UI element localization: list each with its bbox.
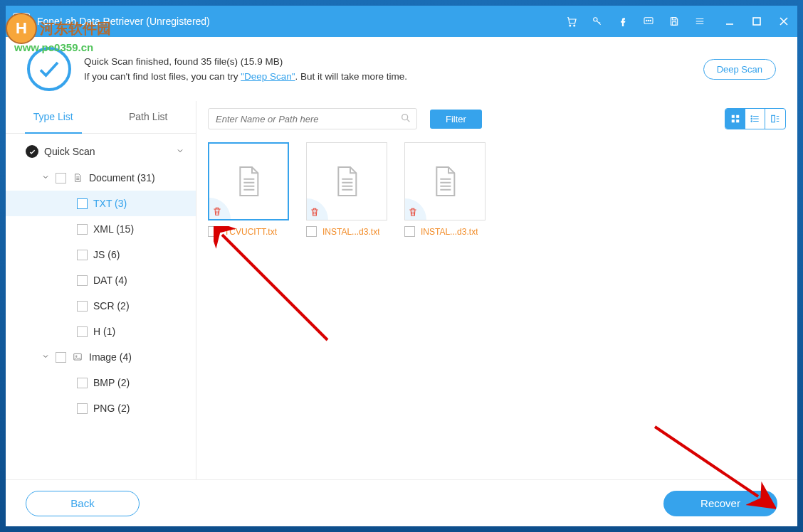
file-card[interactable]: INSTAL...d3.txt [299,142,394,237]
view-toggle [725,108,786,129]
svg-point-14 [402,115,408,120]
tree-item-js[interactable]: JS (6) [6,242,196,267]
checkbox[interactable] [77,224,88,235]
back-button[interactable]: Back [26,491,140,516]
svg-rect-9 [672,18,676,20]
deleted-badge [307,198,328,220]
file-name: INSTAL...d3.txt [322,227,379,237]
tree-root-label: Quick Scan [44,146,95,157]
sidebar: Type List Path List Quick Scan Document … [6,101,196,479]
file-thumbnail[interactable] [208,142,289,220]
status-hint: If you can't find lost files, you can tr… [84,71,691,82]
file-checkbox[interactable] [208,226,219,237]
checkbox[interactable] [77,378,88,388]
deleted-badge [209,198,231,219]
checkbox[interactable] [77,275,88,286]
tree-group-document[interactable]: Document (31) [6,165,196,191]
svg-point-6 [646,20,647,21]
status-check-icon [27,47,71,91]
checkbox[interactable] [56,352,66,363]
facebook-icon[interactable] [616,15,629,28]
tab-type-list[interactable]: Type List [6,101,101,133]
svg-rect-16 [736,115,739,118]
cart-icon[interactable] [565,15,578,28]
image-icon [72,351,83,363]
file-grid: TCVUCITT.txt INSTAL...d3.txt [196,137,797,479]
file-name: TCVUCITT.txt [224,227,277,237]
view-detail-button[interactable] [765,109,785,129]
checkbox[interactable] [77,301,88,312]
tree-label: XML (15) [93,223,134,235]
tree-root-quick-scan[interactable]: Quick Scan [6,138,196,165]
view-list-button[interactable] [745,109,765,129]
tree-item-xml[interactable]: XML (15) [6,216,196,242]
checkbox[interactable] [77,326,88,337]
svg-rect-1 [17,17,21,26]
tree-label: Document (31) [89,172,155,183]
checkbox[interactable] [77,250,88,260]
svg-point-19 [751,116,752,117]
txt-file-icon [332,164,361,198]
svg-point-7 [648,20,649,21]
chevron-down-icon[interactable] [41,351,50,363]
minimize-button[interactable] [723,15,736,28]
tree-item-bmp[interactable]: BMP (2) [6,370,196,395]
tree-item-scr[interactable]: SCR (2) [6,293,196,319]
tab-path-list[interactable]: Path List [101,101,196,133]
svg-rect-0 [17,17,26,26]
menu-icon[interactable] [693,15,706,28]
view-grid-button[interactable] [725,109,745,129]
deleted-badge [405,198,426,220]
file-card[interactable]: INSTAL...d3.txt [397,142,493,237]
close-button[interactable] [777,15,790,28]
chevron-down-icon[interactable] [41,172,50,183]
file-thumbnail[interactable] [404,142,486,220]
svg-rect-22 [772,115,775,122]
search-icon[interactable] [400,112,411,127]
maximize-button[interactable] [750,15,763,28]
file-card[interactable]: TCVUCITT.txt [201,142,296,237]
trash-icon [408,206,418,218]
checkbox[interactable] [77,198,88,209]
svg-point-21 [751,121,752,122]
svg-rect-11 [753,18,760,25]
tree-item-png[interactable]: PNG (2) [6,395,196,421]
deep-scan-link[interactable]: "Deep Scan" [241,71,295,82]
svg-point-8 [650,20,651,21]
save-icon[interactable] [668,15,681,28]
trash-icon [212,206,222,217]
titlebar: FoneLab Data Retriever (Unregistered) [6,6,797,37]
file-checkbox[interactable] [306,226,317,237]
status-summary: Quick Scan finished, found 35 file(s) (1… [84,56,691,67]
tree-item-txt[interactable]: TXT (3) [6,191,196,216]
recover-button[interactable]: Recover [663,491,777,516]
content-area: Filter TCVUCITT.txt [196,101,797,479]
app-title: FoneLab Data Retriever (Unregistered) [37,16,210,27]
deep-scan-button[interactable]: Deep Scan [703,59,776,80]
footer: Back Recover [6,479,797,526]
checkbox[interactable] [77,403,88,414]
file-thumbnail[interactable] [306,142,387,220]
tree-label: PNG (2) [93,403,130,414]
svg-point-2 [570,25,571,26]
tree-label: TXT (3) [93,198,127,209]
key-icon[interactable] [591,15,604,28]
search-input[interactable] [208,108,417,129]
svg-rect-15 [731,115,734,118]
tree-label: SCR (2) [93,300,130,312]
tree-group-image[interactable]: Image (4) [6,344,196,370]
chevron-down-icon[interactable] [176,146,184,157]
feedback-icon[interactable] [642,15,655,28]
file-name: INSTAL...d3.txt [421,227,478,237]
tree-item-h[interactable]: H (1) [6,319,196,344]
svg-rect-17 [731,119,734,122]
tree-item-dat[interactable]: DAT (4) [6,267,196,293]
checkbox[interactable] [56,173,66,183]
svg-point-4 [594,18,597,21]
app-icon [13,13,30,30]
file-checkbox[interactable] [404,226,415,237]
svg-point-13 [75,356,77,357]
file-type-tree: Quick Scan Document (31) TXT (3) [6,134,196,479]
txt-file-icon [234,164,263,198]
filter-button[interactable]: Filter [430,110,482,129]
